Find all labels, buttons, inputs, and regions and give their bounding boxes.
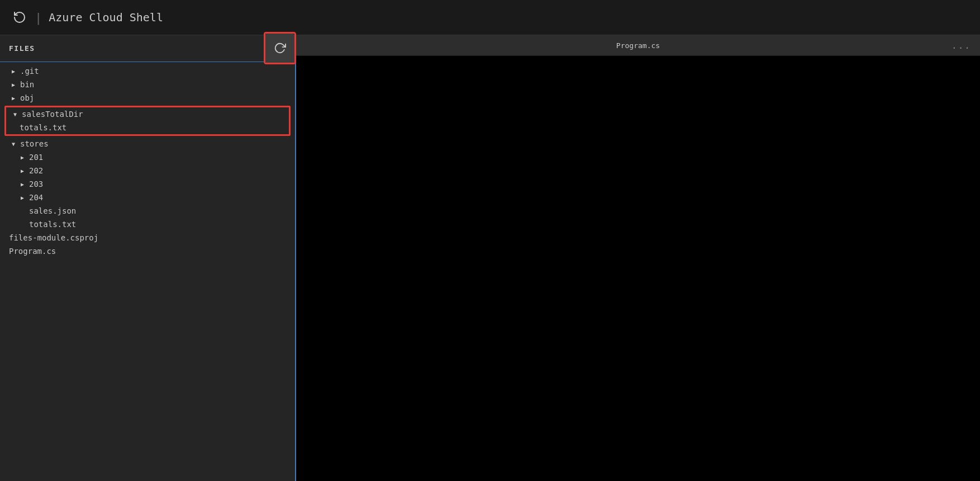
- file-explorer-sidebar: FILES ▶ .git ▶ bin: [0, 35, 296, 481]
- tree-item-204[interactable]: ▶ 204: [0, 191, 295, 204]
- editor-content: [296, 56, 980, 481]
- sales-total-dir-highlight: ▼ salesTotalDir totals.txt: [4, 106, 291, 136]
- tree-item-label-201: 201: [29, 153, 43, 162]
- tree-item-program-cs[interactable]: Program.cs: [0, 244, 295, 258]
- tree-item-git[interactable]: ▶ .git: [0, 64, 295, 78]
- editor-tab-bar: Program.cs ...: [296, 35, 980, 56]
- tree-item-label-files-module: files-module.csproj: [9, 233, 98, 242]
- editor-area: Program.cs ...: [296, 35, 980, 481]
- tree-item-203[interactable]: ▶ 203: [0, 177, 295, 191]
- tree-item-label-totals-txt-inner: totals.txt: [20, 123, 66, 132]
- app-title: Azure Cloud Shell: [49, 11, 163, 24]
- refresh-button-highlight: [264, 32, 296, 64]
- tree-item-files-module[interactable]: files-module.csproj: [0, 231, 295, 244]
- file-tree: ▶ .git ▶ bin ▶ obj ▼ salesTotalDir to: [0, 62, 295, 481]
- collapse-arrow-bin: ▶: [9, 80, 18, 89]
- sidebar-header: FILES: [0, 35, 295, 62]
- tree-item-stores[interactable]: ▼ stores: [0, 137, 295, 150]
- tree-item-label-204: 204: [29, 193, 43, 202]
- files-section-label: FILES: [9, 44, 35, 53]
- tree-item-label-sales-json: sales.json: [29, 206, 76, 215]
- editor-tab-title: Program.cs: [616, 41, 660, 50]
- collapse-arrow-stores: ▼: [9, 139, 18, 148]
- tree-item-label-program-cs: Program.cs: [9, 247, 56, 256]
- tree-item-bin[interactable]: ▶ bin: [0, 78, 295, 91]
- collapse-arrow-git: ▶: [9, 67, 18, 76]
- tree-item-label-obj: obj: [20, 93, 34, 102]
- collapse-arrow-204: ▶: [18, 193, 27, 202]
- tree-item-salestotaldir[interactable]: ▼ salesTotalDir: [6, 107, 289, 121]
- tree-item-sales-json[interactable]: ▶ sales.json: [0, 204, 295, 218]
- tree-item-label-bin: bin: [20, 80, 34, 89]
- tree-item-totals-txt[interactable]: ▶ totals.txt: [0, 218, 295, 231]
- collapse-arrow-obj: ▶: [9, 93, 18, 102]
- tree-item-202[interactable]: ▶ 202: [0, 164, 295, 177]
- tree-item-label-git: .git: [20, 67, 39, 76]
- reload-icon: [11, 9, 28, 26]
- collapse-arrow-201: ▶: [18, 153, 27, 162]
- collapse-arrow-202: ▶: [18, 166, 27, 175]
- tree-item-label-203: 203: [29, 180, 43, 188]
- collapse-arrow-203: ▶: [18, 180, 27, 188]
- tree-item-totals-txt-inner[interactable]: totals.txt: [6, 121, 289, 134]
- main-content: FILES ▶ .git ▶ bin: [0, 35, 980, 481]
- tree-item-label-totals-txt: totals.txt: [29, 220, 76, 229]
- refresh-icon: [274, 42, 286, 54]
- tree-item-201[interactable]: ▶ 201: [0, 150, 295, 164]
- tree-item-label-202: 202: [29, 166, 43, 175]
- collapse-arrow-salestotaldir: ▼: [11, 110, 20, 119]
- tree-item-label-salestotaldir: salesTotalDir: [22, 110, 83, 119]
- tree-item-obj[interactable]: ▶ obj: [0, 91, 295, 105]
- tree-item-label-stores: stores: [20, 139, 49, 148]
- title-bar: | Azure Cloud Shell: [0, 0, 980, 35]
- editor-more-button[interactable]: ...: [952, 40, 971, 51]
- title-separator: |: [35, 11, 42, 25]
- refresh-button[interactable]: [265, 34, 294, 63]
